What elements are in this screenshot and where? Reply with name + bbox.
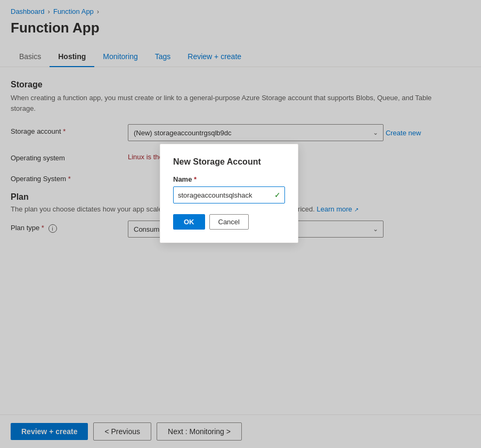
modal-name-input[interactable]: [173, 186, 285, 203]
modal-ok-button[interactable]: OK: [173, 214, 205, 230]
modal-title: New Storage Account: [173, 157, 285, 167]
modal-name-label: Name *: [173, 175, 285, 183]
modal-overlay: New Storage Account Name * ✓ OK Cancel: [0, 0, 481, 247]
modal-check-icon: ✓: [274, 191, 281, 199]
modal-cancel-button[interactable]: Cancel: [209, 214, 249, 230]
modal-input-wrapper: ✓: [173, 186, 285, 203]
modal-buttons: OK Cancel: [173, 214, 285, 230]
modal-required: *: [194, 175, 197, 183]
new-storage-account-modal: New Storage Account Name * ✓ OK Cancel: [160, 144, 298, 243]
